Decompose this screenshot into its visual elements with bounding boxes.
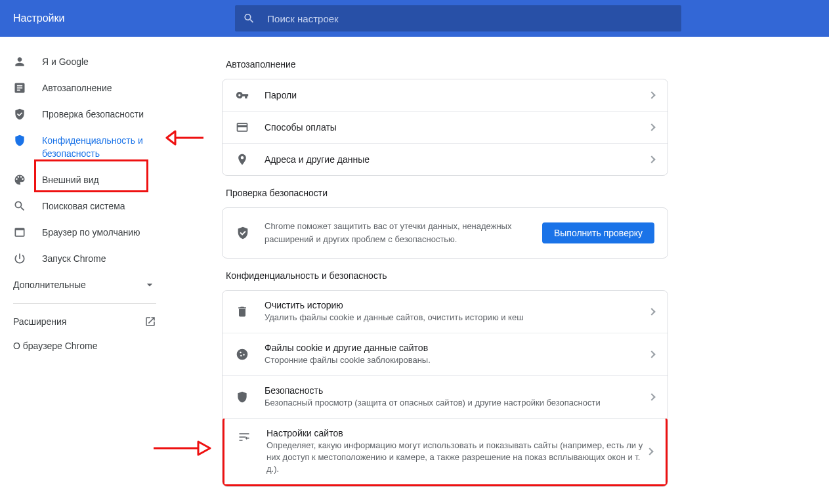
sidebar-item-autofill[interactable]: Автозаполнение xyxy=(0,75,169,101)
chevron-right-icon xyxy=(648,156,655,163)
row-title: Файлы cookie и другие данные сайтов xyxy=(265,343,649,353)
sidebar-item-you-and-google[interactable]: Я и Google xyxy=(0,49,169,75)
sidebar-item-label: Внешний вид xyxy=(42,173,99,186)
row-passwords[interactable]: Пароли xyxy=(223,79,668,111)
chevron-right-icon xyxy=(648,350,655,358)
safety-card: Chrome поможет защитить вас от утечки да… xyxy=(222,207,668,259)
sidebar-about[interactable]: О браузере Chrome xyxy=(0,334,169,358)
run-safety-check-button[interactable]: Выполнить проверку xyxy=(542,222,654,243)
row-clear-history[interactable]: Очистить историю Удалить файлы cookie и … xyxy=(223,291,668,333)
row-addresses[interactable]: Адреса и другие данные xyxy=(223,143,668,175)
sidebar-item-label: Автозаполнение xyxy=(42,81,112,94)
palette-icon xyxy=(13,173,26,186)
safety-text: Chrome поможет защитить вас от утечки да… xyxy=(265,220,542,246)
section-title-safety: Проверка безопасности xyxy=(226,188,776,198)
sidebar-advanced-toggle[interactable]: Дополнительные xyxy=(0,272,169,298)
row-title: Способы оплаты xyxy=(265,122,649,133)
row-title: Безопасность xyxy=(265,385,649,396)
sidebar-extensions[interactable]: Расширения xyxy=(0,309,169,334)
trash-icon xyxy=(236,305,249,318)
sidebar-item-label: Проверка безопасности xyxy=(42,108,144,121)
sidebar-item-label: Конфиденциальность и безопасность xyxy=(42,134,156,160)
chevron-right-icon xyxy=(648,393,655,400)
row-title: Очистить историю xyxy=(265,300,649,310)
content-area: Автозаполнение Пароли Способы оплаты Адр… xyxy=(169,37,829,504)
extensions-label: Расширения xyxy=(13,316,66,327)
row-sub: Определяет, какую информацию могут испол… xyxy=(266,440,647,475)
sidebar-item-safety-check[interactable]: Проверка безопасности xyxy=(0,101,169,127)
sidebar-item-label: Браузер по умолчанию xyxy=(42,226,140,239)
power-icon xyxy=(13,252,26,265)
advanced-label: Дополнительные xyxy=(13,280,86,290)
row-security[interactable]: Безопасность Безопасный просмотр (защита… xyxy=(223,375,668,418)
location-icon xyxy=(236,153,249,166)
sidebar-item-label: Запуск Chrome xyxy=(42,252,106,265)
sidebar: Я и Google Автозаполнение Проверка безоп… xyxy=(0,37,169,504)
row-sub: Сторонние файлы cookie заблокированы. xyxy=(265,354,649,366)
header-title: Настройки xyxy=(13,12,64,24)
section-title-privacy: Конфиденциальность и безопасность xyxy=(226,270,776,281)
tune-icon xyxy=(238,430,251,444)
annotation-arrow-bottom xyxy=(152,438,211,460)
sidebar-item-privacy[interactable]: Конфиденциальность и безопасность xyxy=(0,127,169,167)
privacy-card: Очистить историю Удалить файлы cookie и … xyxy=(222,290,668,487)
shield-check-icon xyxy=(13,108,26,121)
shield-icon xyxy=(13,134,26,147)
sidebar-item-label: Я и Google xyxy=(42,55,89,68)
chevron-right-icon xyxy=(648,123,655,131)
shield-check-icon xyxy=(236,226,250,240)
row-title: Адреса и другие данные xyxy=(265,154,649,165)
annotation-arrow-top xyxy=(165,128,205,150)
credit-card-icon xyxy=(236,121,249,134)
chevron-down-icon xyxy=(143,278,156,291)
section-title-autofill: Автозаполнение xyxy=(226,59,776,70)
sidebar-item-search-engine[interactable]: Поисковая система xyxy=(0,193,169,219)
search-input[interactable] xyxy=(267,13,673,24)
sidebar-item-startup[interactable]: Запуск Chrome xyxy=(0,245,169,272)
window-icon xyxy=(13,226,26,239)
row-sub: Безопасный просмотр (защита от опасных с… xyxy=(265,397,649,409)
row-title: Пароли xyxy=(265,90,649,100)
shield-icon xyxy=(236,390,249,404)
open-in-new-icon xyxy=(144,316,156,327)
search-icon xyxy=(243,12,255,25)
row-site-settings[interactable]: Настройки сайтов Определяет, какую инфор… xyxy=(223,418,668,486)
about-label: О браузере Chrome xyxy=(13,341,98,351)
chevron-right-icon xyxy=(646,448,653,455)
app-header: Настройки xyxy=(0,0,829,37)
row-cookies[interactable]: Файлы cookie и другие данные сайтов Стор… xyxy=(223,333,668,375)
person-icon xyxy=(13,55,26,68)
sidebar-divider xyxy=(13,303,156,304)
row-title: Настройки сайтов xyxy=(266,428,647,438)
key-icon xyxy=(236,89,249,102)
magnify-icon xyxy=(13,200,26,213)
chevron-right-icon xyxy=(648,308,655,315)
sidebar-item-label: Поисковая система xyxy=(42,200,125,213)
row-payments[interactable]: Способы оплаты xyxy=(223,111,668,143)
row-sub: Удалить файлы cookie и данные сайтов, оч… xyxy=(265,312,649,324)
sidebar-item-appearance[interactable]: Внешний вид xyxy=(0,167,169,193)
form-icon xyxy=(13,81,26,94)
sidebar-item-default-browser[interactable]: Браузер по умолчанию xyxy=(0,219,169,245)
chevron-right-icon xyxy=(648,91,655,98)
cookie-icon xyxy=(236,348,249,361)
search-box[interactable] xyxy=(235,5,681,32)
autofill-card: Пароли Способы оплаты Адреса и другие да… xyxy=(222,79,668,176)
